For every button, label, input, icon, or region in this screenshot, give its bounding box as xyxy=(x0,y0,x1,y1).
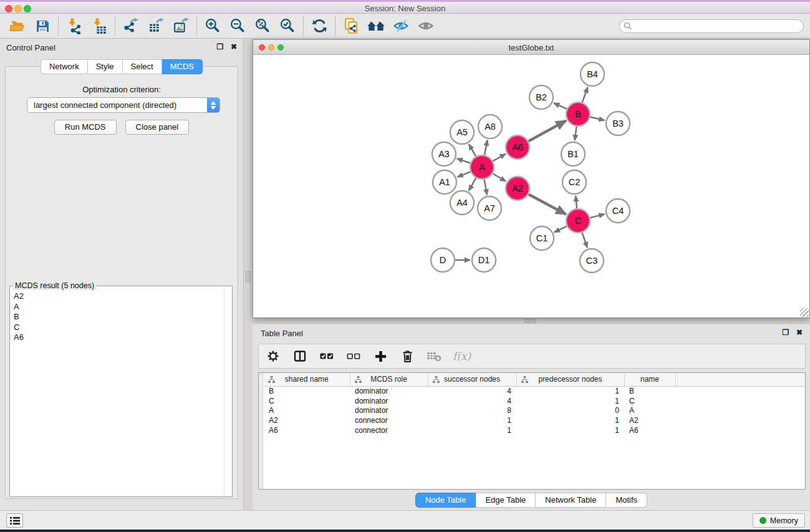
edge-A-A3[interactable] xyxy=(457,158,470,163)
edge-A2-C[interactable] xyxy=(529,194,566,214)
tab-network-table[interactable]: Network Table xyxy=(536,493,606,508)
tab-select[interactable]: Select xyxy=(123,59,162,74)
edge-A-A8[interactable] xyxy=(485,140,488,155)
table-cell[interactable]: 1 xyxy=(516,425,624,435)
table-cell[interactable]: 1 xyxy=(516,415,624,425)
home-icon[interactable] xyxy=(364,16,388,37)
tab-edge-table[interactable]: Edge Table xyxy=(476,493,536,508)
column-header-name[interactable]: name xyxy=(624,373,675,386)
table-cell[interactable]: 4 xyxy=(428,396,516,406)
delete-columns-trash-icon[interactable] xyxy=(399,348,415,364)
zoom-fit-icon[interactable] xyxy=(250,16,275,37)
node-A4[interactable]: A4 xyxy=(450,191,474,215)
edge-A-A1[interactable] xyxy=(457,172,470,177)
refresh-icon[interactable] xyxy=(307,16,332,37)
node-B1[interactable]: B1 xyxy=(561,142,585,166)
mcds-list-scrollbar[interactable] xyxy=(224,287,231,496)
edge-A-A2[interactable] xyxy=(493,173,506,181)
vertical-splitter-handle[interactable] xyxy=(246,271,251,282)
table-cell[interactable]: B xyxy=(624,386,675,396)
memory-button[interactable]: Memory xyxy=(753,513,805,528)
node-A6[interactable]: A6 xyxy=(506,135,529,159)
table-row[interactable]: Bdominator41B xyxy=(264,386,806,396)
edge-B-B1[interactable] xyxy=(575,127,577,140)
show-column-panel-icon[interactable] xyxy=(292,348,308,364)
mcds-result-item[interactable]: A6 xyxy=(11,332,224,343)
import-table-icon[interactable] xyxy=(87,16,112,37)
node-A2[interactable]: A2 xyxy=(506,177,529,200)
column-header-MCDS-role[interactable]: MCDS role xyxy=(350,373,428,386)
node-A[interactable]: A xyxy=(470,155,494,179)
task-history-button[interactable] xyxy=(6,513,23,528)
edge-A-A6[interactable] xyxy=(493,154,505,161)
save-session-icon[interactable] xyxy=(30,16,55,37)
search-input[interactable] xyxy=(632,21,803,32)
edge-B-B2[interactable] xyxy=(554,103,567,109)
table-cell[interactable]: connector xyxy=(350,415,428,425)
edge-C-C3[interactable] xyxy=(582,233,587,248)
mcds-result-item[interactable]: B xyxy=(11,312,224,322)
edge-A-A4[interactable] xyxy=(469,178,476,190)
node-A8[interactable]: A8 xyxy=(478,115,502,138)
control-panel-float-icon[interactable]: ❐ xyxy=(216,42,224,51)
table-options-gear-icon[interactable] xyxy=(265,348,281,364)
table-cell[interactable]: A6 xyxy=(264,425,350,435)
table-cell[interactable]: A xyxy=(264,405,350,415)
node-D1[interactable]: D1 xyxy=(472,248,496,272)
hide-annotations-icon[interactable] xyxy=(388,16,413,37)
table-cell[interactable]: 0 xyxy=(516,405,624,415)
zoom-out-icon[interactable] xyxy=(225,16,250,37)
column-header-successor-nodes[interactable]: successor nodes xyxy=(428,373,516,386)
table-cell[interactable]: 1 xyxy=(516,396,624,406)
tab-network[interactable]: Network xyxy=(41,59,88,74)
edge-A6-B[interactable] xyxy=(529,121,566,142)
node-C4[interactable]: C4 xyxy=(606,199,630,223)
network-canvas[interactable]: AA1A2A3A4A5A6A7A8BB1B2B3B4CC1C2C3C4DD1 xyxy=(253,55,809,317)
table-cell[interactable]: 8 xyxy=(428,405,516,415)
mcds-result-item[interactable]: A2 xyxy=(11,291,224,302)
table-cell[interactable]: C xyxy=(264,396,350,406)
open-session-icon[interactable] xyxy=(5,16,30,37)
zoom-in-icon[interactable] xyxy=(200,16,225,37)
column-header-predecessor-nodes[interactable]: predecessor nodes xyxy=(516,373,624,386)
node-A3[interactable]: A3 xyxy=(432,142,456,166)
table-cell[interactable]: A2 xyxy=(624,415,675,425)
table-cell[interactable]: dominator xyxy=(350,396,428,406)
edge-A-A5[interactable] xyxy=(469,144,476,157)
unselect-all-columns-icon[interactable] xyxy=(345,348,362,364)
table-cell[interactable]: 1 xyxy=(516,386,624,396)
node-B3[interactable]: B3 xyxy=(606,112,630,135)
mcds-result-item[interactable]: C xyxy=(11,322,224,333)
table-cell[interactable]: dominator xyxy=(350,386,428,396)
export-network-icon[interactable] xyxy=(118,16,143,37)
edge-C-C4[interactable] xyxy=(590,214,604,218)
node-C1[interactable]: C1 xyxy=(530,226,554,250)
zoom-selected-icon[interactable] xyxy=(275,16,300,37)
table-panel-close-icon[interactable]: ✖ xyxy=(795,328,804,337)
table-row[interactable]: A6connector11A6 xyxy=(264,425,806,435)
table-cell[interactable]: 1 xyxy=(428,415,516,425)
node-A7[interactable]: A7 xyxy=(478,196,501,220)
table-cell[interactable]: 1 xyxy=(428,425,516,435)
select-all-columns-icon[interactable] xyxy=(319,348,335,364)
table-cell[interactable]: 4 xyxy=(428,386,516,396)
table-cell[interactable]: A2 xyxy=(264,415,350,425)
node-C2[interactable]: C2 xyxy=(562,170,586,194)
export-table-icon[interactable] xyxy=(143,16,168,37)
tab-motifs[interactable]: Motifs xyxy=(606,493,647,508)
node-D[interactable]: D xyxy=(431,248,455,272)
close-panel-button[interactable]: Close panel xyxy=(125,120,190,135)
node-C3[interactable]: C3 xyxy=(580,249,604,273)
horizontal-splitter-handle[interactable] xyxy=(525,319,536,323)
node-B2[interactable]: B2 xyxy=(529,85,553,109)
node-B4[interactable]: B4 xyxy=(581,62,604,86)
node-C[interactable]: C xyxy=(566,209,590,233)
node-A1[interactable]: A1 xyxy=(433,170,456,194)
table-cell[interactable]: A6 xyxy=(624,425,675,435)
tab-style[interactable]: Style xyxy=(88,59,123,74)
table-cell[interactable]: B xyxy=(264,386,350,396)
table-cell[interactable]: C xyxy=(624,396,675,406)
edge-B-B3[interactable] xyxy=(590,117,604,120)
edge-C-C1[interactable] xyxy=(554,226,567,233)
table-cell[interactable]: dominator xyxy=(350,405,428,415)
